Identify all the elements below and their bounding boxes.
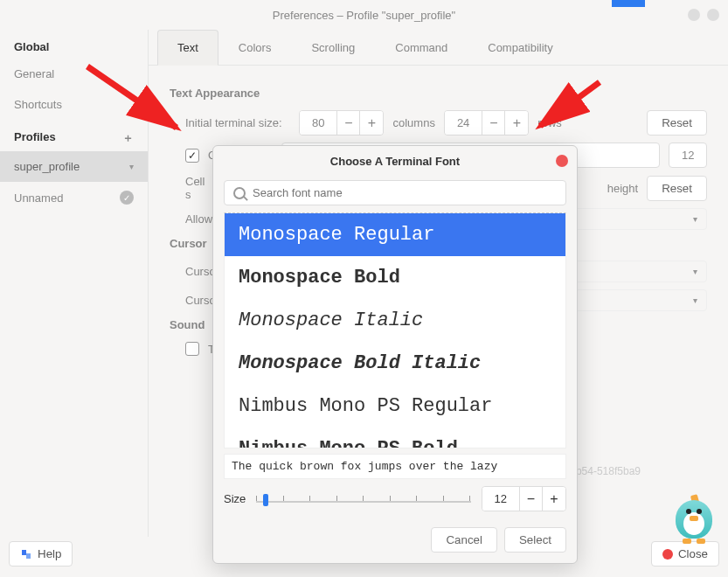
section-appearance: Text Appearance <box>170 87 707 100</box>
tab-label: Colors <box>239 41 272 54</box>
profile-name: super_profile <box>14 160 80 173</box>
svg-line-1 <box>540 82 600 126</box>
minus-icon[interactable]: − <box>482 111 505 135</box>
svg-rect-2 <box>22 550 26 555</box>
sidebar-item-label: General <box>14 67 54 80</box>
tab-colors[interactable]: Colors <box>218 30 292 65</box>
cursor-shape-label: Curso <box>185 265 216 278</box>
close-icon <box>662 549 673 560</box>
titlebar: Preferences – Profile "super_profile" <box>0 0 728 30</box>
terminal-bell-checkbox[interactable] <box>185 342 199 356</box>
font-item-monospace-regular[interactable]: Monospace Regular <box>225 213 565 256</box>
search-icon <box>233 187 246 199</box>
tab-compatibility[interactable]: Compatibility <box>468 30 572 65</box>
tab-label: Text <box>177 41 198 54</box>
font-list[interactable]: Monospace Regular Monospace Bold Monospa… <box>224 212 566 448</box>
size-value[interactable]: 12 <box>482 487 520 511</box>
tab-label: Command <box>395 41 447 54</box>
dialog-actions: Cancel Select <box>213 518 577 563</box>
chevron-down-icon: ▾ <box>693 214 697 224</box>
dialog-title: Choose A Terminal Font <box>213 146 577 177</box>
rows-value[interactable]: 24 <box>445 111 482 135</box>
size-spinner[interactable]: 12 − + <box>482 486 566 511</box>
font-dialog: Choose A Terminal Font Monospace Regular… <box>212 145 578 564</box>
font-item-nimbus-bold[interactable]: Nimbus Mono PS Bold <box>225 428 565 448</box>
row-initial-size: Initial terminal size: 80 − + columns 24… <box>185 110 707 136</box>
font-item-monospace-italic[interactable]: Monospace Italic <box>225 299 565 342</box>
sidebar-profile-unnamed[interactable]: Unnamed ✓ <box>0 182 148 213</box>
size-label: Size <box>224 492 246 505</box>
sidebar-profile-super[interactable]: super_profile ▾ <box>0 151 148 182</box>
font-item-monospace-bold[interactable]: Monospace Bold <box>225 256 565 299</box>
slider-thumb[interactable] <box>263 494 268 506</box>
profile-name: Unnamed <box>14 191 63 205</box>
reset-size-button[interactable]: Reset <box>647 110 707 136</box>
svg-rect-3 <box>26 553 31 559</box>
default-check-icon: ✓ <box>120 191 134 205</box>
tabs: Text Colors Scrolling Command Compatibil… <box>149 30 728 66</box>
tab-label: Scrolling <box>311 41 355 54</box>
font-search-input[interactable] <box>224 180 566 205</box>
size-slider[interactable] <box>256 490 470 508</box>
custom-font-checkbox[interactable] <box>185 149 199 163</box>
columns-value[interactable]: 80 <box>300 111 337 135</box>
select-button[interactable]: Select <box>504 527 566 553</box>
close-window-icon[interactable] <box>707 9 719 21</box>
help-button[interactable]: Help <box>9 541 73 567</box>
minus-icon[interactable]: − <box>520 487 543 511</box>
rows-spinner[interactable]: 24 − + <box>444 110 529 136</box>
cancel-button[interactable]: Cancel <box>431 527 497 553</box>
window-title: Preferences – Profile "super_profile" <box>273 9 455 22</box>
font-item-nimbus-regular[interactable]: Nimbus Mono PS Regular <box>225 385 565 428</box>
svg-line-0 <box>87 66 177 128</box>
annotation-arrow-icon <box>524 75 612 145</box>
search-field[interactable] <box>253 186 557 199</box>
decorative-block <box>612 0 645 7</box>
tab-command[interactable]: Command <box>375 30 468 65</box>
help-icon <box>20 548 32 560</box>
sidebar-profiles-label: Profiles <box>14 130 56 146</box>
allow-label: Allow <box>185 212 212 226</box>
chevron-down-icon: ▾ <box>693 267 697 276</box>
font-item-monospace-bold-italic[interactable]: Monospace Bold Italic <box>225 342 565 385</box>
minimize-icon[interactable] <box>688 9 700 21</box>
initial-size-label: Initial terminal size: <box>185 116 290 129</box>
tab-scrolling[interactable]: Scrolling <box>291 30 375 65</box>
reset-cell-button[interactable]: Reset <box>647 176 707 201</box>
chevron-down-icon: ▾ <box>693 295 697 305</box>
cursor-blink-label: Curso <box>185 294 216 307</box>
sidebar-item-label: Shortcuts <box>14 98 62 111</box>
chevron-down-icon[interactable]: ▾ <box>129 162 134 171</box>
height-label: height <box>607 182 638 195</box>
penguin-mascot-icon <box>670 493 718 546</box>
columns-spinner[interactable]: 80 − + <box>299 110 384 136</box>
tab-label: Compatibility <box>488 41 552 54</box>
sidebar-section-global: Global <box>0 30 148 59</box>
font-preview: The quick brown fox jumps over the lazy <box>224 454 566 479</box>
cell-spacing-label: Cell s <box>185 175 211 201</box>
font-size-display[interactable]: 12 <box>669 143 707 168</box>
close-label: Close <box>678 547 708 560</box>
dialog-title-text: Choose A Terminal Font <box>330 155 460 168</box>
columns-label: columns <box>392 116 434 129</box>
sidebar-global-label: Global <box>14 40 49 53</box>
close-dialog-icon[interactable] <box>556 155 568 167</box>
window-controls <box>688 9 719 21</box>
minus-icon[interactable]: − <box>337 111 360 135</box>
annotation-arrow-icon <box>80 59 194 147</box>
plus-icon[interactable]: + <box>360 111 383 135</box>
size-row: Size 12 − + <box>224 486 566 511</box>
help-label: Help <box>38 547 61 560</box>
plus-icon[interactable]: + <box>543 487 565 511</box>
